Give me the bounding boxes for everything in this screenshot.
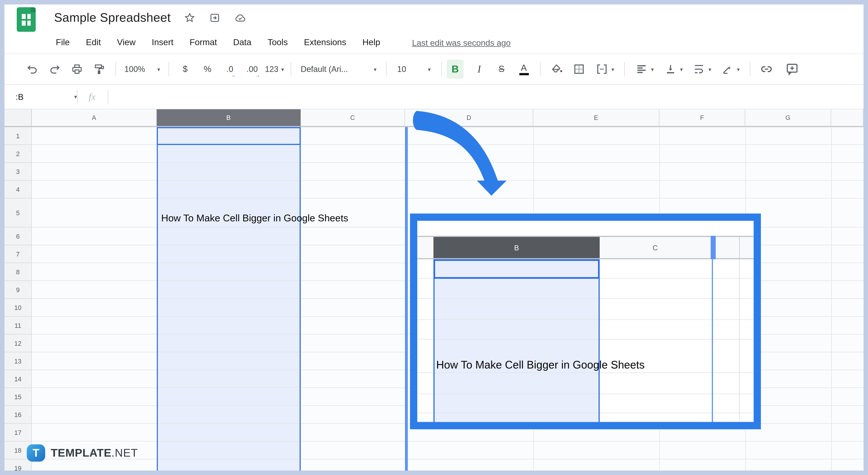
paint-format-icon[interactable]	[88, 60, 111, 79]
borders-icon[interactable]	[568, 60, 590, 79]
cell-b5-text[interactable]: How To Make Cell Bigger in Google Sheets	[161, 199, 348, 228]
row-header-5[interactable]: 5	[4, 199, 32, 228]
menu-items: FileEditViewInsertFormatDataToolsExtensi…	[56, 37, 380, 47]
last-edit-status[interactable]: Last edit was seconds ago	[412, 38, 510, 47]
inset-column-headers: BC	[417, 236, 754, 259]
column-header-D[interactable]: D	[405, 109, 533, 127]
selection-right-border	[300, 127, 301, 471]
column-header-C[interactable]: C	[301, 109, 405, 127]
active-cell-b1[interactable]	[157, 127, 301, 145]
inset-gridline	[417, 319, 754, 320]
row-header-4[interactable]: 4	[4, 181, 32, 199]
row-header-15[interactable]: 15	[4, 388, 32, 406]
row-header-8[interactable]: 8	[4, 263, 32, 281]
menu-data[interactable]: Data	[233, 37, 251, 47]
gridline	[32, 441, 864, 442]
inset-selection-left-border	[433, 259, 435, 422]
inset-gridline	[417, 421, 754, 422]
column-header-A[interactable]: A	[32, 109, 157, 127]
document-title[interactable]: Sample Spreadsheet	[54, 10, 171, 25]
row-header-12[interactable]: 12	[4, 335, 32, 352]
column-header-E[interactable]: E	[533, 109, 659, 127]
merge-cells-icon[interactable]: ▾	[590, 60, 619, 79]
menu-insert[interactable]: Insert	[152, 37, 173, 47]
gridline	[32, 459, 864, 460]
inset-column-header-B: B	[433, 237, 600, 258]
menu-file[interactable]: File	[56, 37, 70, 47]
row-header-10[interactable]: 10	[4, 299, 32, 317]
print-icon[interactable]	[66, 60, 88, 79]
google-sheets-window: Sample Spreadsheet FileEditViewInsertFor…	[0, 0, 868, 475]
menu-format[interactable]: Format	[189, 37, 217, 47]
inset-gridline	[417, 298, 754, 299]
column-header-B[interactable]: B	[157, 109, 301, 127]
strikethrough-button[interactable]: S	[490, 60, 513, 79]
menu-extensions[interactable]: Extensions	[304, 37, 346, 47]
font-family-select[interactable]: Default (Ari...▾	[296, 60, 381, 79]
row-header-14[interactable]: 14	[4, 370, 32, 388]
select-all-corner[interactable]	[4, 109, 32, 127]
row-header-17[interactable]: 17	[4, 424, 32, 442]
increase-decimal-button[interactable]: .00→	[241, 60, 263, 79]
horizontal-align-icon[interactable]: ▾	[630, 60, 659, 79]
menu-help[interactable]: Help	[363, 37, 380, 47]
move-folder-icon[interactable]	[209, 12, 221, 24]
vertical-align-icon[interactable]: ▾	[659, 60, 688, 79]
column-resize-guide[interactable]	[405, 127, 408, 471]
star-icon[interactable]	[184, 12, 196, 24]
format-percent-button[interactable]: %	[196, 60, 219, 79]
menu-tools[interactable]: Tools	[268, 37, 288, 47]
row-header-2[interactable]: 2	[4, 145, 32, 163]
template-net-logo-icon: T	[27, 444, 45, 462]
zoom-inset-panel: BC How To Make Cell Bigger in Google She…	[410, 213, 761, 429]
row-header-13[interactable]: 13	[4, 352, 32, 370]
menu-bar: FileEditViewInsertFormatDataToolsExtensi…	[56, 33, 510, 51]
inset-gridline	[417, 413, 754, 413]
sheets-logo-icon[interactable]	[17, 7, 36, 32]
gridline	[32, 180, 864, 181]
zoom-select[interactable]: 100%▾	[121, 60, 163, 79]
inset-header-gridline	[739, 236, 740, 259]
decrease-decimal-button[interactable]: .0←	[219, 60, 241, 79]
inset-column-header-C: C	[600, 237, 711, 258]
row-header-6[interactable]: 6	[4, 228, 32, 245]
gridline	[831, 127, 832, 471]
column-header-partial[interactable]	[831, 109, 864, 127]
fill-color-icon[interactable]	[546, 60, 568, 79]
more-formats-button[interactable]: 123▾	[263, 60, 286, 79]
column-header-G[interactable]: G	[745, 109, 831, 127]
menu-edit[interactable]: Edit	[86, 37, 101, 47]
column-header-F[interactable]: F	[659, 109, 745, 127]
row-header-16[interactable]: 16	[4, 406, 32, 424]
row-header-11[interactable]: 11	[4, 317, 32, 335]
inset-resize-chip	[711, 236, 716, 259]
insert-comment-icon[interactable]	[781, 60, 803, 79]
selection-left-border	[157, 127, 158, 471]
name-box-dropdown-icon[interactable]: ▾	[74, 94, 77, 100]
text-rotation-icon[interactable]: ▾	[716, 60, 745, 79]
format-currency-button[interactable]: $	[174, 60, 196, 79]
selected-column-highlight	[157, 127, 301, 471]
text-wrap-icon[interactable]: ▾	[688, 60, 716, 79]
row-header-9[interactable]: 9	[4, 281, 32, 299]
undo-icon[interactable]	[21, 60, 43, 79]
gridline	[32, 162, 864, 163]
italic-button[interactable]: I	[468, 60, 490, 79]
text-color-button[interactable]: A	[513, 60, 535, 79]
row-header-1[interactable]: 1	[4, 127, 32, 145]
redo-icon[interactable]	[43, 60, 66, 79]
row-header-7[interactable]: 7	[4, 245, 32, 263]
menu-view[interactable]: View	[117, 37, 135, 47]
font-size-select[interactable]: 10▾	[392, 60, 436, 79]
insert-link-icon[interactable]	[755, 60, 778, 79]
name-box[interactable]: :B ▾	[4, 85, 77, 109]
inset-cells-area: How To Make Cell Bigger in Google Sheets	[417, 259, 754, 422]
bold-button[interactable]: B	[447, 60, 464, 79]
row-header-3[interactable]: 3	[4, 163, 32, 181]
inset-gridline	[417, 394, 754, 394]
cloud-check-icon[interactable]	[234, 11, 247, 24]
fx-icon: fx	[89, 91, 96, 102]
top-bar: Sample Spreadsheet FileEditViewInsertFor…	[4, 4, 864, 54]
template-net-watermark: T TEMPLATE.NET	[27, 443, 138, 462]
formula-bar: :B ▾ fx	[4, 85, 864, 109]
